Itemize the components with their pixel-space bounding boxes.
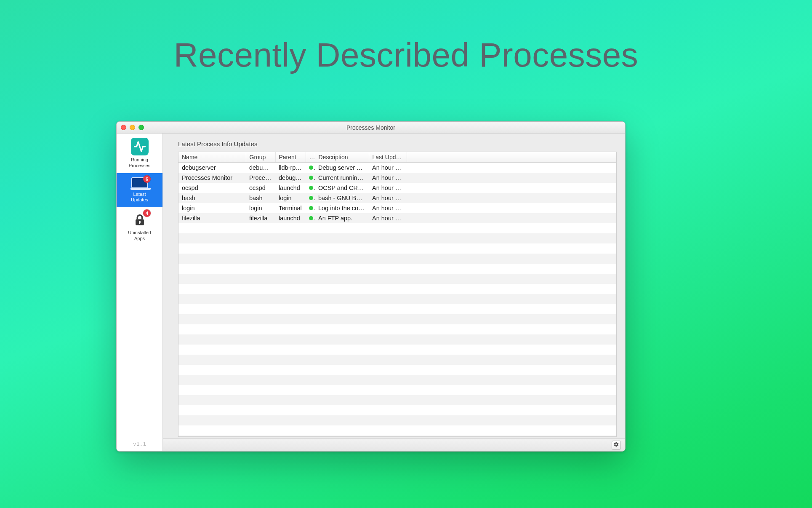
sidebar: RunningProcesses 6 LatestUpdates 4 bbox=[117, 134, 163, 451]
sidebar-item-label: RunningProcesses bbox=[118, 157, 161, 169]
table-cell: login bbox=[178, 203, 246, 213]
window-title: Processes Monitor bbox=[117, 124, 625, 131]
main-content: Latest Process Info Updates Name Group P… bbox=[163, 134, 625, 451]
col-last-updated[interactable]: Last Updated bbox=[369, 152, 407, 163]
table-row[interactable]: debugserverdebugs…lldb-rpc…Debug server … bbox=[178, 163, 616, 173]
section-title: Latest Process Info Updates bbox=[163, 134, 625, 152]
table-cell: An hour ago bbox=[369, 183, 407, 193]
table-cell: lldb-rpc… bbox=[275, 163, 306, 173]
table-cell bbox=[306, 173, 315, 183]
sidebar-item-label: UninstalledApps bbox=[118, 230, 161, 242]
table-cell: login bbox=[246, 203, 275, 213]
table-cell: bash bbox=[246, 193, 275, 203]
table-cell bbox=[306, 203, 315, 213]
table-cell: An hour ago bbox=[369, 163, 407, 173]
table-cell bbox=[407, 193, 616, 203]
app-window: Processes Monitor RunningProcesses 6 bbox=[116, 121, 626, 452]
activity-icon bbox=[131, 138, 149, 155]
table-cell bbox=[407, 163, 616, 173]
table-cell: An hour ago bbox=[369, 213, 407, 223]
table-cell bbox=[306, 163, 315, 173]
table-cell bbox=[407, 173, 616, 183]
table-cell: OCSP and CRL D… bbox=[315, 183, 369, 193]
table-row[interactable]: filezillafilezillalaunchdAn FTP app.An h… bbox=[178, 213, 616, 223]
status-dot-icon bbox=[309, 166, 313, 170]
badge: 4 bbox=[143, 209, 151, 217]
table-cell bbox=[306, 213, 315, 223]
table-cell: debugs… bbox=[275, 173, 306, 183]
table-row[interactable]: bashbashloginbash - GNU Bour…An hour ago bbox=[178, 193, 616, 203]
col-description[interactable]: Description bbox=[315, 152, 369, 163]
table-row[interactable]: ocspdocspdlaunchdOCSP and CRL D…An hour … bbox=[178, 183, 616, 193]
table-cell: Process… bbox=[246, 173, 275, 183]
col-parent[interactable]: Parent bbox=[275, 152, 306, 163]
status-dot-icon bbox=[309, 186, 313, 190]
col-group[interactable]: Group bbox=[246, 152, 275, 163]
table-cell: Terminal bbox=[275, 203, 306, 213]
table-cell: Debug server ma… bbox=[315, 163, 369, 173]
table-cell: debugs… bbox=[246, 163, 275, 173]
table-empty-area bbox=[178, 223, 616, 437]
gear-icon bbox=[613, 441, 619, 449]
table-cell bbox=[306, 183, 315, 193]
titlebar: Processes Monitor bbox=[117, 122, 625, 134]
table-row[interactable]: loginloginTerminalLog into the com…An ho… bbox=[178, 203, 616, 213]
col-indicator[interactable]: … bbox=[306, 152, 315, 163]
table-cell: An FTP app. bbox=[315, 213, 369, 223]
table-cell: An hour ago bbox=[369, 173, 407, 183]
sidebar-item-running-processes[interactable]: RunningProcesses bbox=[117, 134, 162, 173]
table-cell bbox=[407, 213, 616, 223]
table-cell: ocspd bbox=[178, 183, 246, 193]
table-header-row: Name Group Parent … Description Last Upd… bbox=[178, 152, 616, 163]
table-cell: ocspd bbox=[246, 183, 275, 193]
table-cell: An hour ago bbox=[369, 193, 407, 203]
status-dot-icon bbox=[309, 176, 313, 180]
table-cell bbox=[407, 183, 616, 193]
table-cell: debugserver bbox=[178, 163, 246, 173]
table-row[interactable]: Processes MonitorProcess…debugs…Current … bbox=[178, 173, 616, 183]
table-cell: launchd bbox=[275, 183, 306, 193]
sidebar-item-latest-updates[interactable]: 6 LatestUpdates bbox=[117, 173, 162, 208]
status-dot-icon bbox=[309, 216, 313, 220]
table-cell: Current running… bbox=[315, 173, 369, 183]
col-spacer bbox=[407, 152, 616, 163]
table-cell: filezilla bbox=[246, 213, 275, 223]
table-cell: Processes Monitor bbox=[178, 173, 246, 183]
table-cell: login bbox=[275, 193, 306, 203]
bottom-toolbar bbox=[163, 438, 625, 451]
table-cell: filezilla bbox=[178, 213, 246, 223]
sidebar-item-label: LatestUpdates bbox=[118, 192, 161, 203]
badge: 6 bbox=[143, 175, 151, 183]
table-cell: launchd bbox=[275, 213, 306, 223]
version-label: v1.1 bbox=[117, 436, 162, 451]
col-name[interactable]: Name bbox=[178, 152, 246, 163]
svg-rect-2 bbox=[139, 222, 140, 224]
table-cell bbox=[407, 203, 616, 213]
page-heading: Recently Described Processes bbox=[0, 36, 812, 75]
sidebar-item-uninstalled-apps[interactable]: 4 UninstalledApps bbox=[117, 207, 162, 246]
table-cell: bash bbox=[178, 193, 246, 203]
status-dot-icon bbox=[309, 206, 313, 210]
table-cell bbox=[306, 193, 315, 203]
process-table: Name Group Parent … Description Last Upd… bbox=[178, 152, 617, 437]
table-cell: bash - GNU Bour… bbox=[315, 193, 369, 203]
table-cell: Log into the com… bbox=[315, 203, 369, 213]
table-cell: An hour ago bbox=[369, 203, 407, 213]
status-dot-icon bbox=[309, 196, 313, 200]
settings-button[interactable] bbox=[612, 441, 621, 450]
